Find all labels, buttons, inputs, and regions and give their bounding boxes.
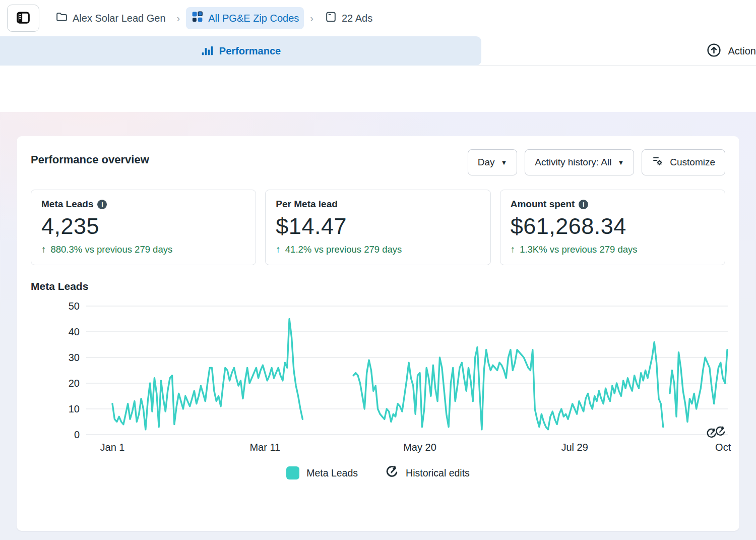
metric-value: $61,268.34 — [511, 213, 715, 239]
svg-text:50: 50 — [69, 301, 80, 312]
metric-delta: 880.3% vs previous 279 days — [51, 244, 173, 255]
svg-text:Jul 29: Jul 29 — [561, 442, 588, 453]
info-icon[interactable]: i — [97, 200, 107, 209]
interval-dropdown-label: Day — [478, 157, 495, 168]
svg-text:Mar 11: Mar 11 — [249, 442, 280, 453]
metric-per-meta-lead: Per Meta lead $14.47 ↑ 41.2% vs previous… — [265, 190, 490, 265]
activity-history-dropdown[interactable]: Activity history: All ▼ — [525, 149, 634, 175]
metric-value: $14.47 — [276, 213, 480, 239]
metric-label: Amount spent — [511, 199, 575, 210]
performance-overview-card: Performance overview Day ▼ Activity hist… — [17, 136, 739, 531]
chevron-down-icon: ▼ — [617, 159, 624, 166]
sidebar-toggle-button[interactable] — [7, 5, 39, 32]
svg-text:10: 10 — [69, 403, 80, 414]
svg-text:40: 40 — [69, 326, 80, 337]
legend-meta-leads: Meta Leads — [286, 466, 358, 479]
breadcrumb-adset[interactable]: All PG&E Zip Codes — [186, 7, 304, 29]
metric-cards: Meta Leads i 4,235 ↑ 880.3% vs previous … — [31, 190, 725, 265]
card-title: Performance overview — [31, 149, 149, 166]
metric-amount-spent: Amount spent i $61,268.34 ↑ 1.3K% vs pre… — [500, 190, 725, 265]
chart-legend: Meta Leads Historical edits — [31, 465, 725, 481]
metric-delta: 41.2% vs previous 279 days — [285, 244, 402, 255]
bar-chart-icon — [201, 43, 214, 58]
line-chart-svg: 50403020100Jan 1Mar 11May 20Jul 29Oct 6 — [31, 298, 732, 456]
breadcrumb-campaign-label: Alex Solar Lead Gen — [73, 13, 166, 24]
up-arrow-icon: ↑ — [276, 244, 281, 255]
metric-label: Meta Leads — [41, 199, 93, 210]
view-tab-bar: Performance Action — [0, 36, 756, 66]
up-arrow-icon: ↑ — [41, 244, 46, 255]
tab-performance-label: Performance — [219, 45, 281, 57]
sidebar-toggle-icon — [16, 10, 31, 27]
actions-label: Action — [728, 45, 756, 57]
breadcrumb-campaign[interactable]: Alex Solar Lead Gen — [50, 7, 171, 29]
metric-meta-leads: Meta Leads i 4,235 ↑ 880.3% vs previous … — [31, 190, 256, 265]
svg-text:Jan 1: Jan 1 — [100, 442, 125, 453]
actions-button[interactable]: Action — [706, 36, 756, 66]
metric-delta: 1.3K% vs previous 279 days — [520, 244, 637, 255]
chevron-down-icon: ▼ — [500, 159, 507, 166]
top-navigation-bar: Alex Solar Lead Gen › All PG&E Zip Codes… — [0, 0, 756, 36]
breadcrumb: Alex Solar Lead Gen › All PG&E Zip Codes… — [50, 7, 377, 29]
meta-leads-chart: 50403020100Jan 1Mar 11May 20Jul 29Oct 6 — [31, 298, 725, 458]
svg-text:May 20: May 20 — [403, 442, 436, 453]
breadcrumb-ads-label: 22 Ads — [342, 13, 372, 24]
customize-icon — [652, 155, 664, 170]
circle-arrow-up-icon — [706, 42, 722, 60]
adset-grid-icon — [191, 11, 204, 26]
tab-performance[interactable]: Performance — [0, 36, 481, 66]
metric-label: Per Meta lead — [276, 199, 338, 210]
breadcrumb-ads[interactable]: 22 Ads — [320, 7, 377, 29]
folder-icon — [55, 11, 68, 26]
ad-frame-icon — [325, 11, 337, 26]
up-arrow-icon: ↑ — [511, 244, 516, 255]
overview-controls: Day ▼ Activity history: All ▼ C — [468, 149, 725, 175]
page-background: Performance overview Day ▼ Activity hist… — [0, 112, 756, 540]
svg-text:20: 20 — [69, 378, 80, 389]
activity-history-label: Activity history: All — [535, 157, 611, 168]
historical-edit-marker[interactable] — [708, 429, 716, 437]
svg-text:30: 30 — [69, 352, 80, 363]
metric-value: 4,235 — [41, 213, 245, 239]
customize-label: Customize — [670, 157, 715, 168]
teal-swatch-icon — [286, 466, 299, 479]
svg-text:0: 0 — [74, 429, 80, 440]
historical-edit-icon — [385, 465, 399, 481]
interval-dropdown[interactable]: Day ▼ — [468, 149, 518, 175]
chart-title: Meta Leads — [31, 280, 725, 292]
historical-edit-marker[interactable] — [716, 427, 724, 435]
legend-label: Historical edits — [406, 467, 470, 479]
legend-historical-edits: Historical edits — [385, 465, 470, 481]
svg-text:Oct 6: Oct 6 — [715, 442, 732, 453]
chevron-right-icon: › — [309, 13, 314, 24]
info-icon[interactable]: i — [579, 200, 588, 209]
chevron-right-icon: › — [176, 13, 181, 24]
legend-label: Meta Leads — [306, 467, 358, 479]
spacer — [0, 66, 756, 112]
breadcrumb-adset-label: All PG&E Zip Codes — [208, 13, 299, 24]
customize-button[interactable]: Customize — [642, 149, 725, 175]
